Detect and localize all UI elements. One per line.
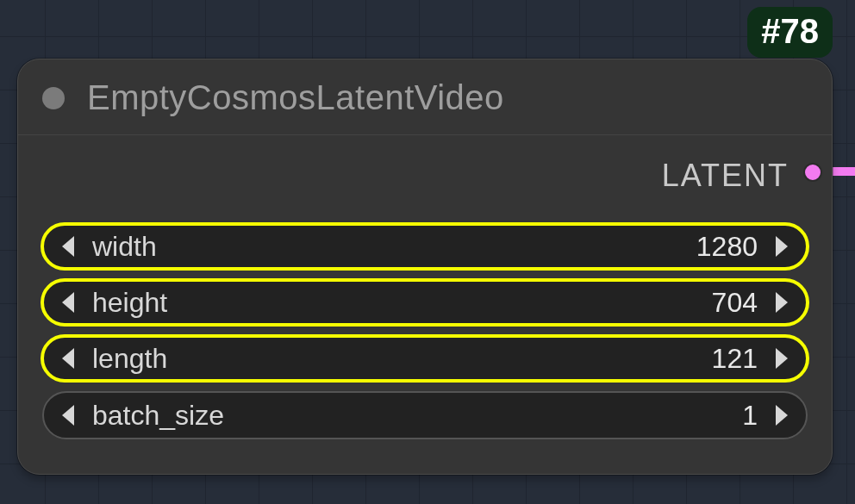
param-height[interactable]: height704 <box>41 278 809 327</box>
param-width[interactable]: width1280 <box>41 222 809 271</box>
node-empty-cosmos-latent-video[interactable]: EmptyCosmosLatentVideo LATENT width1280h… <box>17 59 833 475</box>
svg-marker-5 <box>776 348 788 369</box>
svg-marker-3 <box>776 292 788 313</box>
increment-icon[interactable] <box>771 403 790 427</box>
svg-marker-7 <box>776 405 788 426</box>
node-editor-canvas[interactable]: #78 EmptyCosmosLatentVideo LATENT width1… <box>0 0 855 504</box>
increment-icon[interactable] <box>771 234 790 258</box>
output-row-latent: LATENT <box>39 149 811 215</box>
param-value[interactable]: 1 <box>742 400 758 432</box>
param-value[interactable]: 704 <box>712 287 758 319</box>
decrement-icon[interactable] <box>59 403 78 427</box>
svg-marker-0 <box>62 236 74 257</box>
param-value[interactable]: 121 <box>712 343 758 375</box>
param-batch_size[interactable]: batch_size1 <box>42 391 808 439</box>
decrement-icon[interactable] <box>59 234 78 258</box>
svg-marker-2 <box>62 292 74 313</box>
svg-marker-4 <box>62 348 74 369</box>
param-name: length <box>92 343 167 375</box>
param-name: height <box>92 287 167 319</box>
param-name: width <box>92 231 157 263</box>
node-body: LATENT width1280height704length121batch_… <box>18 135 832 474</box>
decrement-icon[interactable] <box>59 290 78 314</box>
param-value[interactable]: 1280 <box>696 231 758 263</box>
svg-marker-1 <box>776 236 788 257</box>
output-port-latent[interactable] <box>803 163 822 182</box>
node-collapse-dot[interactable] <box>42 87 65 109</box>
param-length[interactable]: length121 <box>41 334 809 383</box>
output-label: LATENT <box>662 158 789 194</box>
increment-icon[interactable] <box>771 290 790 314</box>
node-title: EmptyCosmosLatentVideo <box>87 78 504 117</box>
param-name: batch_size <box>92 400 224 432</box>
node-header[interactable]: EmptyCosmosLatentVideo <box>18 59 832 135</box>
node-id-badge: #78 <box>747 7 833 58</box>
increment-icon[interactable] <box>771 346 790 370</box>
svg-marker-6 <box>62 405 74 426</box>
decrement-icon[interactable] <box>59 346 78 370</box>
